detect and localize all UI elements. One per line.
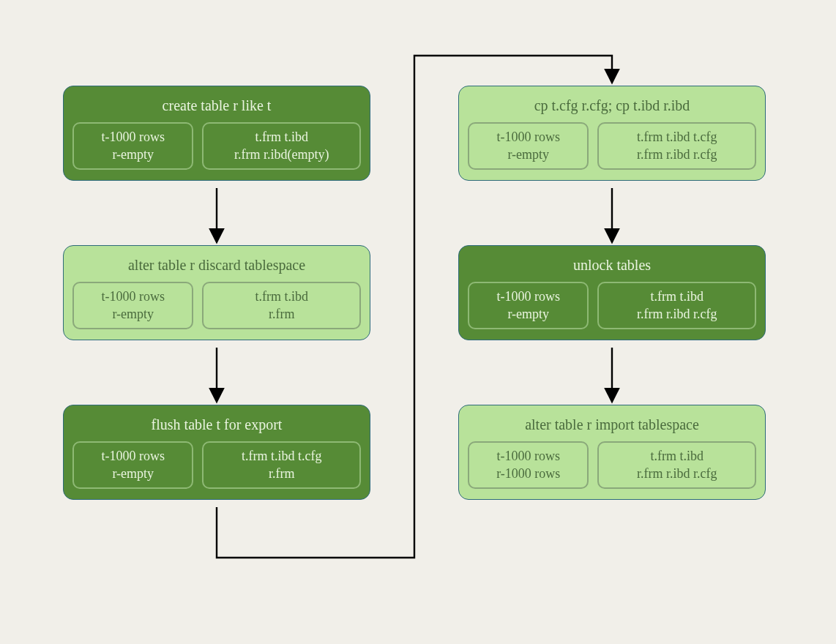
step-title: flush table t for export	[72, 416, 361, 434]
step-title: create table r like t	[72, 97, 361, 115]
state-rows: t-1000 rows r-empty	[468, 282, 589, 329]
state-rows: t-1000 rows r-empty	[72, 282, 193, 329]
step-title: alter table r discard tablespace	[72, 256, 361, 274]
state-files: t.frm t.ibd r.frm r.ibd r.cfg	[597, 441, 756, 489]
step-title: unlock tables	[468, 256, 756, 274]
step-title: alter table r import tablespace	[468, 416, 756, 434]
step-flush-for-export: flush table t for export t-1000 rows r-e…	[63, 405, 370, 500]
step-title: cp t.cfg r.cfg; cp t.ibd r.ibd	[468, 97, 756, 115]
diagram-canvas: { "nodes": [ { "id": "n1", "variant": "d…	[0, 0, 836, 644]
state-files: t.frm t.ibd t.cfg r.frm r.ibd r.cfg	[597, 122, 756, 170]
state-rows: t-1000 rows r-empty	[72, 122, 193, 170]
state-files: t.frm t.ibd t.cfg r.frm	[202, 441, 361, 489]
state-files: t.frm t.ibd r.frm r.ibd r.cfg	[597, 282, 756, 329]
state-rows: t-1000 rows r-empty	[72, 441, 193, 489]
state-rows: t-1000 rows r-1000 rows	[468, 441, 589, 489]
state-rows: t-1000 rows r-empty	[468, 122, 589, 170]
state-files: t.frm t.ibd r.frm	[202, 282, 361, 329]
step-create-table: create table r like t t-1000 rows r-empt…	[63, 86, 370, 181]
step-import-tablespace: alter table r import tablespace t-1000 r…	[458, 405, 766, 500]
state-files: t.frm t.ibd r.frm r.ibd(empty)	[202, 122, 361, 170]
step-copy-files: cp t.cfg r.cfg; cp t.ibd r.ibd t-1000 ro…	[458, 86, 766, 181]
step-unlock-tables: unlock tables t-1000 rows r-empty t.frm …	[458, 245, 766, 340]
step-discard-tablespace: alter table r discard tablespace t-1000 …	[63, 245, 370, 340]
